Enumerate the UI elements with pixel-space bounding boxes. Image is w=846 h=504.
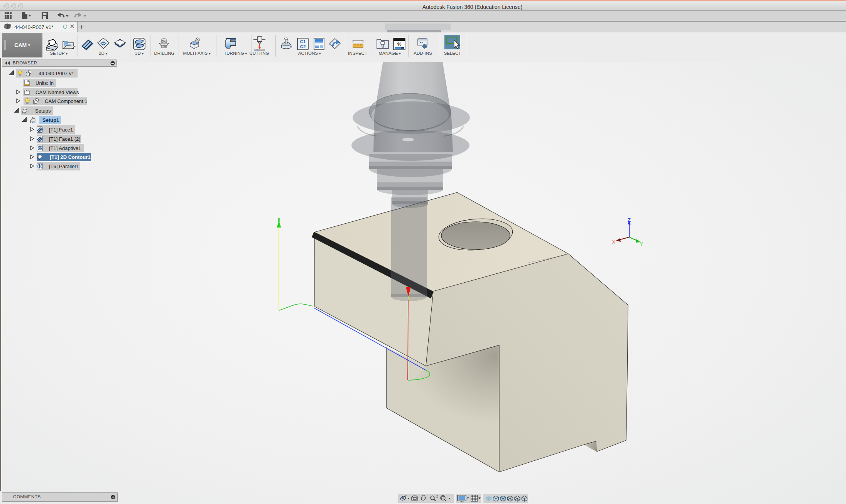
svg-text:[T1] 2D Contour1: [T1] 2D Contour1: [50, 154, 90, 160]
svg-text:[T6] Parallel1: [T6] Parallel1: [49, 164, 79, 169]
svg-text:[T1] Face1: [T1] Face1: [49, 127, 73, 133]
svg-text:44-040-P007 v1: 44-040-P007 v1: [39, 71, 74, 76]
svg-text:G2: G2: [300, 44, 306, 49]
svg-text:Setup1: Setup1: [42, 117, 59, 123]
svg-text:Z: Z: [628, 217, 631, 223]
svg-text:>-: >-: [419, 41, 423, 45]
svg-text:Setups: Setups: [35, 108, 51, 114]
svg-text:[T1] Face1 (2): [T1] Face1 (2): [49, 136, 81, 142]
svg-text:[T1] Adaptive1: [T1] Adaptive1: [49, 145, 81, 151]
svg-text:%: %: [397, 42, 402, 47]
svg-text:G1: G1: [300, 39, 306, 44]
svg-text:Y: Y: [640, 241, 643, 247]
svg-text:CAM Named Views: CAM Named Views: [35, 89, 79, 95]
svg-text:Units: in: Units: in: [35, 80, 54, 86]
svg-text:X: X: [612, 239, 616, 245]
svg-text:CAM Component:1: CAM Component:1: [45, 98, 88, 104]
